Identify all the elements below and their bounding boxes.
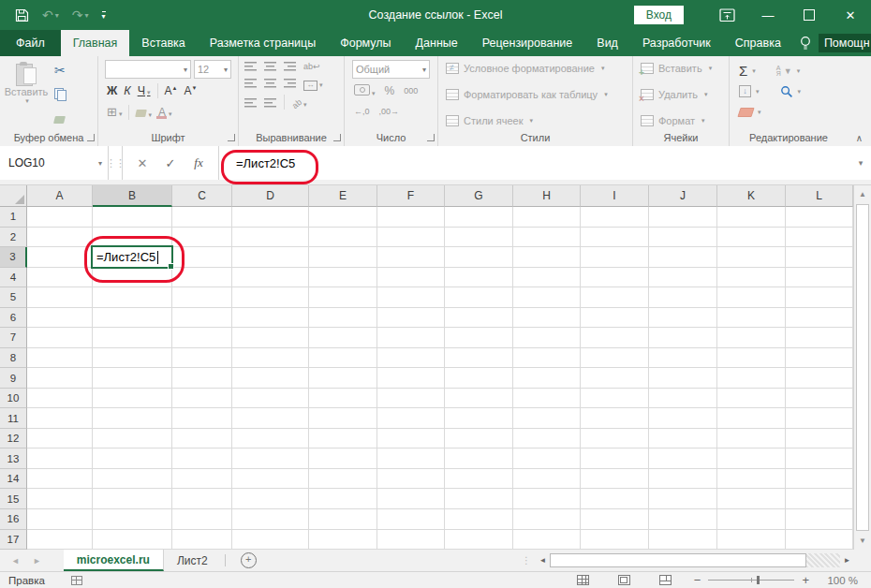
zoom-slider[interactable] [708,575,794,585]
decrease-decimal-icon[interactable]: ,00→ [379,107,400,116]
tell-me-box[interactable]: Помощн [799,30,871,56]
number-format-combo[interactable]: Общий▾ [352,60,430,79]
column-header-E[interactable]: E [309,185,377,207]
row-header-1[interactable]: 1 [0,207,27,228]
row-header-15[interactable]: 15 [0,489,27,509]
add-sheet-button[interactable]: + [241,552,257,568]
column-header-C[interactable]: C [172,185,232,207]
delete-cells-button[interactable]: Удалить [641,89,723,100]
enter-entry-icon[interactable]: ✓ [156,156,185,170]
tab-file[interactable]: Файл [0,30,61,56]
redo-button[interactable]: ↷▾ [72,7,89,22]
collapse-ribbon-icon[interactable]: ∧ [856,133,863,143]
horizontal-scrollbar[interactable]: ◄ ► [536,552,854,568]
page-layout-view-icon[interactable] [618,575,630,585]
column-header-D[interactable]: D [232,185,309,207]
italic-button[interactable]: К [124,84,130,97]
row-header-12[interactable]: 12 [0,429,27,449]
tab-page-layout[interactable]: Разметка страницы [198,30,328,56]
find-select-button[interactable] [780,85,802,98]
tab-insert[interactable]: Вставка [129,30,197,56]
column-header-A[interactable]: A [27,185,93,207]
fill-handle[interactable] [168,263,174,270]
cancel-entry-icon[interactable]: ✕ [128,156,156,170]
scrollbar-resize-area[interactable] [806,553,840,567]
dialog-launcher-icon[interactable] [87,134,95,141]
maximize-button[interactable] [789,0,830,30]
macro-record-icon[interactable] [71,576,82,585]
sheet-tab-Лист2[interactable]: Лист2 [164,550,221,571]
column-header-B[interactable]: B [93,185,172,207]
merge-center-icon[interactable]: ↔ [303,74,323,91]
sign-in-button[interactable]: Вход [634,6,684,24]
column-header-K[interactable]: K [717,185,786,207]
fill-color-button[interactable] [136,104,152,121]
bold-button[interactable]: Ж [107,84,117,97]
row-header-17[interactable]: 17 [0,530,27,551]
column-header-H[interactable]: H [513,185,581,207]
column-header-G[interactable]: G [445,185,513,207]
comma-format-icon[interactable]: 000 [404,86,418,96]
row-header-10[interactable]: 10 [0,389,27,409]
format-as-table-button[interactable]: Форматировать как таблицу [446,89,627,100]
tab-home[interactable]: Главная [61,30,130,56]
font-name-combo[interactable]: ▾ [105,60,191,79]
row-header-11[interactable]: 11 [0,408,27,429]
shrink-font-button[interactable]: А▼ [185,84,198,97]
cell-styles-button[interactable]: Стили ячеек [446,115,627,126]
name-box[interactable]: LOG10▾ [0,146,109,180]
grow-font-button[interactable]: А▲ [165,84,178,97]
column-header-F[interactable]: F [377,185,445,207]
increase-indent-icon[interactable] [264,97,276,108]
align-middle-icon[interactable] [264,61,276,71]
expand-formula-bar-icon[interactable]: ▾ [850,146,871,180]
orientation-icon[interactable]: ab [292,94,307,110]
borders-button[interactable]: ⊞ [107,105,122,119]
align-center-icon[interactable] [264,78,276,88]
fill-button[interactable]: ↓ [739,85,760,97]
increase-decimal-icon[interactable]: ←,0 [354,107,370,116]
row-header-13[interactable]: 13 [0,448,27,469]
formula-bar-handle[interactable]: ⋮⋮ [109,146,123,180]
select-all-corner[interactable] [0,185,27,207]
zoom-in-icon[interactable]: + [802,573,809,587]
scroll-right-icon[interactable]: ► [840,556,854,565]
column-header-I[interactable]: I [581,185,649,207]
copy-icon[interactable] [54,88,66,105]
horizontal-scroll-thumb[interactable] [550,553,806,567]
insert-function-icon[interactable]: fx [185,155,213,170]
page-break-view-icon[interactable] [659,575,672,585]
sheet-nav-next-icon[interactable]: ► [33,556,41,566]
font-color-button[interactable]: А [158,106,172,119]
undo-button[interactable]: ↶▾ [42,7,59,22]
row-header-7[interactable]: 7 [0,328,27,348]
row-header-16[interactable]: 16 [0,509,27,530]
tab-help[interactable]: Справка [723,30,793,56]
sort-filter-button[interactable]: АЯ▼ [776,66,801,77]
dialog-launcher-icon[interactable] [333,134,341,141]
cut-icon[interactable]: ✂ [54,63,66,78]
row-header-5[interactable]: 5 [0,287,27,308]
row-header-9[interactable]: 9 [0,368,27,389]
format-painter-icon[interactable] [53,116,66,124]
column-header-L[interactable]: L [786,185,853,207]
name-box-dropdown-icon[interactable]: ▾ [98,159,102,168]
ribbon-display-options-icon[interactable] [706,0,747,30]
zoom-slider-thumb[interactable] [757,576,760,584]
zoom-out-icon[interactable]: − [694,573,701,587]
autosum-button[interactable]: Σ [739,65,756,78]
dialog-launcher-icon[interactable] [228,134,235,141]
tab-data[interactable]: Данные [404,30,470,56]
font-size-combo[interactable]: 12▾ [194,60,231,79]
column-header-J[interactable]: J [649,185,717,207]
vertical-scroll-thumb[interactable] [856,204,869,531]
close-button[interactable]: ✕ [830,0,871,30]
tab-view[interactable]: Вид [584,30,630,56]
scroll-up-icon[interactable]: ▲ [854,185,871,203]
customize-qat-icon[interactable]: ▾ [102,11,106,20]
percent-format-icon[interactable]: % [385,84,395,97]
active-cell-editor[interactable]: =Лист2!C5 [91,245,173,269]
scroll-down-icon[interactable]: ▼ [854,532,871,550]
insert-cells-button[interactable]: Вставить [641,63,723,74]
align-left-icon[interactable] [244,78,257,88]
